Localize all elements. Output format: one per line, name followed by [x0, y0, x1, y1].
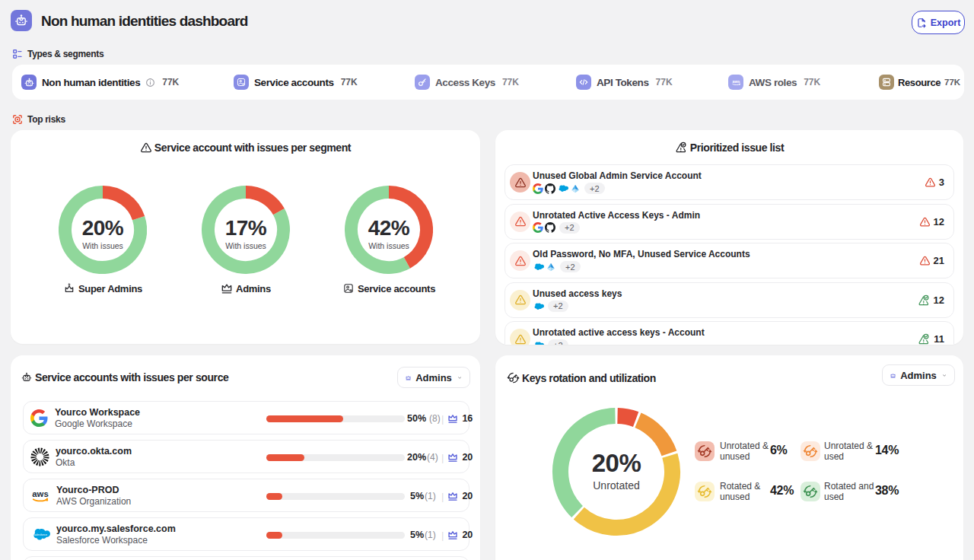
svg-text:aws: aws — [732, 78, 740, 83]
